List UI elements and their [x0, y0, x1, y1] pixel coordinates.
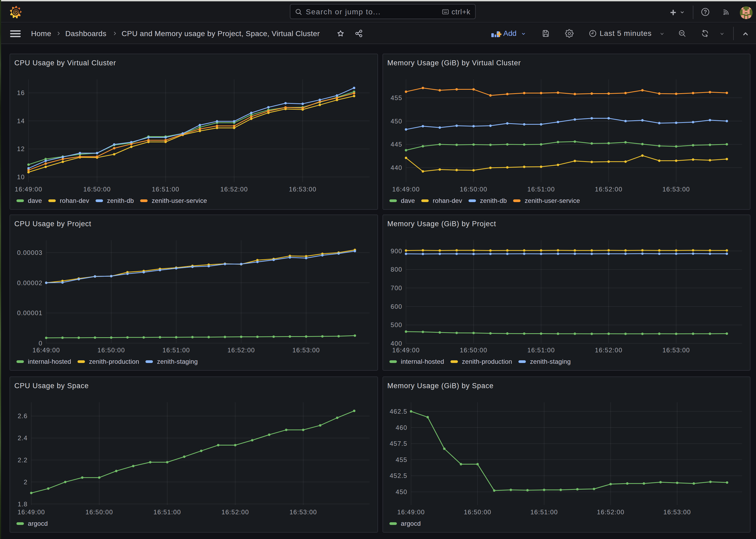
svg-text:800: 800 — [391, 266, 402, 273]
svg-text:455: 455 — [396, 456, 407, 463]
svg-text:16:53:00: 16:53:00 — [663, 508, 691, 516]
svg-text:16:51:00: 16:51:00 — [154, 508, 181, 516]
svg-text:0.00002: 0.00002 — [17, 279, 42, 286]
svg-text:16:49:00: 16:49:00 — [392, 346, 420, 354]
svg-text:462.5: 462.5 — [390, 408, 407, 415]
svg-text:1.8: 1.8 — [18, 501, 28, 508]
svg-text:16:53:00: 16:53:00 — [292, 346, 320, 354]
svg-text:450: 450 — [391, 117, 402, 125]
svg-text:12: 12 — [17, 145, 25, 152]
svg-text:2.2: 2.2 — [18, 456, 28, 464]
svg-text:700: 700 — [391, 284, 402, 291]
svg-text:16:51:00: 16:51:00 — [530, 508, 558, 516]
svg-text:0: 0 — [39, 340, 43, 347]
svg-text:16:53:00: 16:53:00 — [662, 346, 690, 354]
svg-text:16:50:00: 16:50:00 — [83, 186, 111, 193]
svg-text:16:50:00: 16:50:00 — [464, 508, 491, 516]
svg-text:16:51:00: 16:51:00 — [163, 346, 190, 354]
svg-text:16:53:00: 16:53:00 — [289, 508, 317, 516]
svg-text:452.5: 452.5 — [390, 472, 407, 479]
svg-text:0.00003: 0.00003 — [17, 249, 42, 256]
svg-text:16:49:00: 16:49:00 — [15, 186, 42, 193]
svg-text:900: 900 — [391, 248, 402, 255]
svg-text:16: 16 — [17, 89, 25, 96]
svg-text:16:51:00: 16:51:00 — [527, 186, 555, 193]
svg-text:16:53:00: 16:53:00 — [662, 186, 690, 193]
svg-text:16:52:00: 16:52:00 — [220, 186, 248, 193]
svg-text:400: 400 — [391, 340, 402, 347]
svg-text:16:52:00: 16:52:00 — [595, 186, 622, 193]
svg-text:2.4: 2.4 — [18, 434, 28, 441]
svg-text:16:50:00: 16:50:00 — [460, 186, 487, 193]
svg-text:16:52:00: 16:52:00 — [597, 508, 624, 516]
svg-text:16:52:00: 16:52:00 — [221, 508, 249, 516]
svg-text:460: 460 — [396, 424, 407, 431]
svg-text:16:51:00: 16:51:00 — [152, 186, 179, 193]
svg-text:16:49:00: 16:49:00 — [18, 508, 45, 516]
svg-text:450: 450 — [396, 488, 407, 496]
svg-text:2.6: 2.6 — [18, 412, 28, 420]
svg-text:16:49:00: 16:49:00 — [33, 346, 60, 354]
svg-text:16:52:00: 16:52:00 — [595, 346, 622, 354]
svg-text:445: 445 — [391, 141, 402, 148]
svg-text:16:50:00: 16:50:00 — [86, 508, 113, 516]
svg-text:600: 600 — [391, 303, 402, 310]
svg-text:0.00001: 0.00001 — [17, 309, 42, 317]
svg-text:16:49:00: 16:49:00 — [392, 186, 420, 193]
svg-text:14: 14 — [17, 117, 25, 124]
svg-text:16:51:00: 16:51:00 — [527, 346, 555, 354]
svg-text:455: 455 — [391, 94, 402, 102]
svg-text:2: 2 — [24, 479, 28, 486]
svg-text:16:50:00: 16:50:00 — [98, 346, 125, 354]
svg-text:500: 500 — [391, 321, 402, 329]
svg-text:10: 10 — [17, 173, 25, 181]
svg-text:16:53:00: 16:53:00 — [289, 186, 316, 193]
svg-text:16:52:00: 16:52:00 — [228, 346, 255, 354]
svg-text:457.5: 457.5 — [390, 440, 407, 447]
svg-text:16:50:00: 16:50:00 — [460, 346, 487, 354]
svg-text:16:49:00: 16:49:00 — [397, 508, 425, 516]
svg-text:440: 440 — [391, 164, 402, 171]
